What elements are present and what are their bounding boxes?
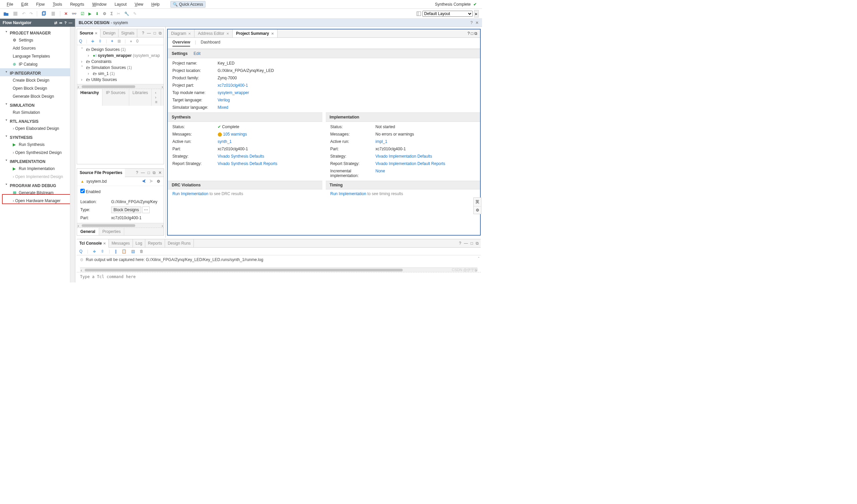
section-project-manager[interactable]: ˅ PROJECT MANAGER [0,28,70,36]
tab-source[interactable]: Source✕ [77,29,100,37]
gear-icon[interactable]: ⚙ [157,179,161,184]
close-icon[interactable]: ✕ [226,32,229,35]
row-value[interactable]: Vivado Implementation Default Reports [375,161,476,166]
menu-file[interactable]: File [3,1,17,8]
help-icon[interactable]: ? [136,170,138,175]
pause-icon[interactable]: ‖ [115,249,117,254]
expand-icon[interactable]: ⇳ [101,249,104,254]
copy-icon[interactable] [41,11,47,16]
close-icon[interactable]: ✕ [158,170,162,175]
gear-icon[interactable]: ⚙ [103,11,106,16]
maximize-icon[interactable]: □ [148,170,150,175]
restore-icon[interactable]: ⧉ [474,31,477,36]
subtab-overview[interactable]: Overview [172,40,190,47]
type-more-button[interactable]: ⋯ [142,206,150,213]
menu-window[interactable]: Window [88,1,111,8]
forward-icon[interactable]: ⮞ [149,179,153,184]
search-icon[interactable]: Q [79,249,82,254]
help-icon[interactable]: ? [470,20,473,25]
close-icon[interactable]: ✕ [95,32,97,35]
run-implementation-link[interactable]: Run Implementation [172,191,208,196]
hierarchy-icon[interactable]: ⊞ [118,39,121,44]
section-ip-integrator[interactable]: ˅ IP INTEGRATOR [0,68,70,76]
nav-run-implementation[interactable]: ▶Run Implementation [0,165,70,173]
help-icon[interactable]: ? [467,31,470,36]
nav-generate-bitstream[interactable]: ▦Generate Bitstream [0,189,70,197]
close-icon[interactable]: ✕ [271,32,274,35]
collapse-right-icon[interactable]: ▸ [474,10,479,17]
btab-more[interactable]: ‹ › ≡ [152,89,161,106]
close-icon[interactable]: ✕ [475,20,479,25]
trash-icon[interactable]: 🗑 [139,249,144,254]
section-simulation[interactable]: ˅ SIMULATION [0,100,70,108]
nav-open-synthesized-design[interactable]: › Open Synthesized Design [0,149,70,157]
console-scroll-up[interactable]: ˆ [478,257,480,262]
layout-dropdown[interactable]: Default Layout [422,11,473,17]
nav-generate-block-design[interactable]: Generate Block Design [0,93,70,100]
list-icon[interactable]: ▤ [131,249,135,254]
run-implementation-link[interactable]: Run Implementation [331,191,366,196]
sigma-icon[interactable]: Σ [111,11,113,16]
menu-edit[interactable]: Edit [17,1,32,8]
nav-open-hardware-manager[interactable]: › Open Hardware Manager [0,197,70,205]
close-icon[interactable]: ✕ [103,241,106,245]
section-program-debug[interactable]: ˅ PROGRAM AND DEBUG [0,181,70,189]
fileprops-hscroll[interactable]: ‹› [77,223,164,228]
minimize-icon[interactable]: — [464,241,468,246]
back-icon[interactable]: ⮜ [142,179,146,184]
pin-icon[interactable]: ⇔ [59,21,62,25]
node-sim1[interactable]: › 🗁 sim_1 (1) [78,71,163,77]
dot-icon[interactable]: ● [130,39,132,44]
minimize-icon[interactable]: — [69,21,72,25]
type-value[interactable]: Block Designs [111,206,141,213]
enabled-checkbox[interactable]: Enabled [80,189,100,194]
node-sim-sources[interactable]: ˅ 🗁 Simulation Sources (1) [78,65,163,71]
settings-value[interactable]: xc7z010clg400-1 [218,83,475,88]
nav-run-simulation[interactable]: Run Simulation [0,108,70,116]
settings-value[interactable]: Verilog [218,98,475,102]
nav-ip-catalog[interactable]: ⊕IP Catalog [0,60,70,68]
restore-icon[interactable]: ⧉ [159,31,162,35]
btab-properties[interactable]: Properties [99,228,124,235]
node-constraints[interactable]: › 🗁 Constraints [78,58,163,65]
checkbox-icon[interactable]: ☑ [81,11,84,16]
copy-icon[interactable]: 📋 [121,249,127,254]
nav-language-templates[interactable]: Language Templates [0,52,70,60]
node-utility[interactable]: › 🗁 Utility Sources [78,77,163,83]
row-value[interactable]: Vivado Synthesis Default Reports [218,161,318,166]
section-rtl-analysis[interactable]: ˅ RTL ANALYSIS [0,116,70,124]
save-icon[interactable] [13,11,18,16]
ime-indicator[interactable]: 英 ⚙ [473,198,482,214]
open-icon[interactable] [3,11,9,16]
tcl-command-input[interactable] [77,272,481,281]
settings-value[interactable]: sysytem_wrapper [218,90,475,95]
nav-open-implemented-design[interactable]: › Open Implemented Design [0,173,70,181]
subtab-dashboard[interactable]: Dashboard [201,40,221,47]
row-value[interactable]: ⬤ 105 warnings [218,132,318,136]
section-synthesis[interactable]: ˅ SYNTHESIS [0,133,70,140]
sources-hscroll[interactable]: ‹› [77,84,164,89]
nav-add-sources[interactable]: Add Sources [0,44,70,52]
menu-flow[interactable]: Flow [32,1,49,8]
btab-ip-sources[interactable]: IP Sources [102,89,129,106]
node-design-sources[interactable]: ˅ 🗁 Design Sources (1) [78,47,163,52]
help-icon[interactable]: ? [64,21,67,25]
tab-signals[interactable]: Signals [118,29,137,37]
btab-hierarchy[interactable]: Hierarchy [77,89,102,106]
nav-run-synthesis[interactable]: ▶Run Synthesis [0,140,70,149]
glasses-icon[interactable]: 👓 [72,11,77,16]
row-value[interactable]: Vivado Implementation Defaults [375,154,476,158]
quick-access-search[interactable]: 🔍 Quick Access [170,1,205,8]
tab-project-summary[interactable]: Project Summary✕ [233,30,278,37]
row-value[interactable]: Vivado Synthesis Defaults [218,154,318,158]
search-icon[interactable]: Q [79,39,82,44]
tab-reports[interactable]: Reports [145,239,165,247]
run-icon[interactable]: ▶ [88,11,91,16]
btab-libraries[interactable]: Libraries [129,89,152,106]
restore-icon[interactable]: ⧉ [476,241,479,246]
menu-reports[interactable]: Reports [66,1,88,8]
ime-settings-icon[interactable]: ⚙ [474,206,481,214]
cancel-icon[interactable]: ✕ [64,11,68,16]
paste-icon[interactable] [51,11,56,16]
step-icon[interactable]: ⬇ [96,11,99,16]
